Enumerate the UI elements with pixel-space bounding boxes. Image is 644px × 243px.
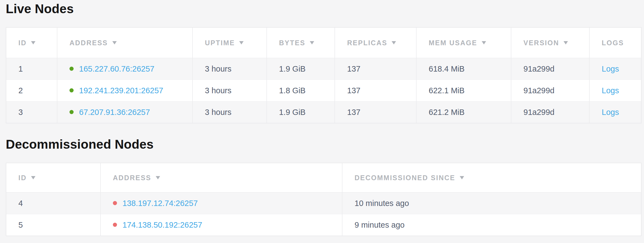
node-address-link[interactable]: 165.227.60.76:26257 [79,64,154,73]
sort-caret-down-icon [31,176,35,179]
column-header-label: LOGS [602,39,624,47]
sort-caret-down-icon [310,41,314,44]
sort-caret-down-icon [460,176,464,179]
node-bytes-cell: 1.9 GiB [267,58,335,80]
node-logs-link[interactable]: Logs [602,108,619,117]
live-status-dot-icon [69,88,74,92]
node-address-link[interactable]: 174.138.50.192:26257 [122,221,202,229]
table-row: 4 138.197.12.74:26257 10 minutes ago [6,193,641,214]
column-header-address[interactable]: ADDRESS [101,163,342,193]
column-header-replicas[interactable]: REPLICAS [335,28,417,58]
live-nodes-table: ID ADDRESS UPTIME BYTES REPLICAS MEM USA… [6,27,642,123]
node-decommissioned-since-cell: 10 minutes ago [342,193,641,214]
node-uptime-cell: 3 hours [193,58,267,80]
node-address-cell: 174.138.50.192:26257 [101,214,342,236]
column-header-label: VERSION [523,39,559,47]
sort-caret-down-icon [112,41,117,44]
nodes-overview-page: Live Nodes ID ADDRESS UPTIME BYTES REPLI… [0,0,644,236]
column-header-label: DECOMMISSIONED SINCE [355,174,455,182]
node-id-cell: 3 [6,101,57,123]
sort-caret-down-icon [156,176,160,179]
decommissioned-nodes-table: ID ADDRESS DECOMMISSIONED SINCE 4 138.19… [6,163,642,236]
sort-caret-down-icon [239,41,244,44]
sort-caret-down-icon [564,41,568,44]
column-header-uptime[interactable]: UPTIME [193,28,267,58]
node-logs-cell: Logs [590,101,641,123]
live-nodes-title: Live Nodes [6,2,644,16]
node-address-cell: 165.227.60.76:26257 [57,58,193,80]
node-mem-usage-cell: 621.2 MiB [417,101,511,123]
node-logs-link[interactable]: Logs [602,64,619,73]
node-uptime-cell: 3 hours [193,80,267,101]
decommissioned-nodes-title: Decommissioned Nodes [6,137,644,151]
table-row: 1 165.227.60.76:26257 3 hours 1.9 GiB 13… [6,58,641,80]
node-decommissioned-since-cell: 9 minutes ago [342,214,641,236]
column-header-id[interactable]: ID [6,28,57,58]
column-header-address[interactable]: ADDRESS [57,28,193,58]
node-address-cell: 192.241.239.201:26257 [57,80,193,101]
column-header-label: ID [18,39,27,47]
node-id-cell: 1 [6,58,57,80]
decommissioned-status-dot-icon [113,223,117,227]
node-version-cell: 91a299d [511,58,590,80]
decommissioned-status-dot-icon [113,201,117,205]
node-logs-cell: Logs [590,58,641,80]
node-bytes-cell: 1.9 GiB [267,101,335,123]
column-header-bytes[interactable]: BYTES [267,28,335,58]
node-address-link[interactable]: 67.207.91.36:26257 [79,108,150,117]
node-address-cell: 138.197.12.74:26257 [101,193,342,214]
sort-caret-down-icon [392,41,396,44]
column-header-label: ADDRESS [113,174,151,182]
node-replicas-cell: 137 [335,101,417,123]
node-replicas-cell: 137 [335,58,417,80]
column-header-mem-usage[interactable]: MEM USAGE [417,28,511,58]
node-id-cell: 4 [6,193,101,214]
table-row: 2 192.241.239.201:26257 3 hours 1.8 GiB … [6,80,641,101]
column-header-label: MEM USAGE [429,39,477,47]
node-logs-cell: Logs [590,80,641,101]
node-version-cell: 91a299d [511,80,590,101]
node-id-cell: 2 [6,80,57,101]
node-address-link[interactable]: 192.241.239.201:26257 [79,86,163,95]
node-id-cell: 5 [6,214,101,236]
column-header-label: ADDRESS [69,39,108,47]
node-uptime-cell: 3 hours [193,101,267,123]
table-header-row: ID ADDRESS DECOMMISSIONED SINCE [6,163,641,193]
table-row: 3 67.207.91.36:26257 3 hours 1.9 GiB 137… [6,101,641,123]
column-header-label: REPLICAS [347,39,387,47]
column-header-version[interactable]: VERSION [511,28,590,58]
live-status-dot-icon [69,110,74,114]
table-header-row: ID ADDRESS UPTIME BYTES REPLICAS MEM USA… [6,28,641,58]
column-header-label: BYTES [279,39,305,47]
node-address-cell: 67.207.91.36:26257 [57,101,193,123]
node-version-cell: 91a299d [511,101,590,123]
sort-caret-down-icon [31,41,35,44]
column-header-id[interactable]: ID [6,163,101,193]
column-header-decommissioned-since[interactable]: DECOMMISSIONED SINCE [342,163,641,193]
column-header-label: UPTIME [205,39,235,47]
node-mem-usage-cell: 618.4 MiB [417,58,511,80]
column-header-logs: LOGS [590,28,641,58]
sort-caret-down-icon [482,41,486,44]
node-replicas-cell: 137 [335,80,417,101]
node-bytes-cell: 1.8 GiB [267,80,335,101]
node-logs-link[interactable]: Logs [602,86,619,95]
table-row: 5 174.138.50.192:26257 9 minutes ago [6,214,641,236]
node-mem-usage-cell: 622.1 MiB [417,80,511,101]
node-address-link[interactable]: 138.197.12.74:26257 [122,199,198,208]
live-status-dot-icon [69,67,74,71]
column-header-label: ID [18,174,27,182]
